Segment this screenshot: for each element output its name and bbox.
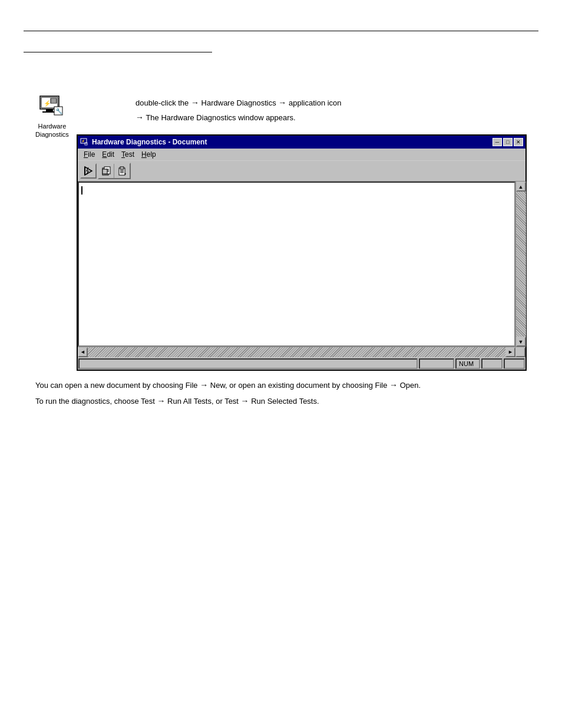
scroll-track-vertical[interactable] — [516, 192, 526, 337]
instruction-text-bottom: You can open a new document by choosing … — [35, 377, 527, 409]
maximize-button[interactable]: □ — [503, 138, 513, 146]
run-button[interactable] — [80, 163, 97, 179]
status-pane-position — [419, 358, 454, 369]
arrow-icon-7: → — [241, 396, 249, 406]
instruction-line2: → The Hardware Diagnostics window appear… — [135, 113, 296, 122]
arrow-icon-5: → — [389, 380, 398, 390]
window-controls[interactable]: ─ □ ✕ — [492, 138, 523, 146]
status-pane-4 — [481, 358, 503, 369]
svg-rect-24 — [120, 167, 124, 169]
arrow-icon-6: → — [157, 396, 165, 406]
title-bar-left: ⚡ Hardware Diagnostics - Document — [80, 137, 207, 147]
svg-text:🔧: 🔧 — [55, 107, 63, 115]
arrow-icon-3: → — [135, 113, 144, 122]
scroll-left-button[interactable]: ◄ — [78, 347, 88, 357]
hardware-diagnostics-icon-area: ⚡ 🔧 Hardware Diagnostics — [35, 91, 69, 139]
app-icon-small: ⚡ — [80, 137, 90, 147]
svg-rect-22 — [103, 169, 107, 174]
top-horizontal-rule — [24, 31, 538, 31]
toolbar — [78, 161, 525, 182]
arrow-icon-2: → — [278, 98, 286, 107]
vertical-scrollbar[interactable]: ▲ ▼ — [515, 182, 525, 347]
status-pane-5 — [504, 358, 525, 369]
horizontal-scrollbar[interactable]: ◄ ► — [78, 347, 525, 357]
menu-bar: File Edit Test Help — [78, 149, 525, 161]
menu-test[interactable]: Test — [118, 150, 138, 159]
svg-rect-2 — [46, 109, 53, 111]
hardware-diagnostics-icon: ⚡ 🔧 — [38, 91, 66, 120]
arrow-icon-1: → — [191, 98, 199, 107]
content-area: ▲ ▼ — [78, 182, 525, 347]
close-button[interactable]: ✕ — [514, 138, 523, 146]
copy-button[interactable] — [99, 164, 114, 178]
scroll-up-button[interactable]: ▲ — [516, 182, 526, 192]
icon-label: Hardware Diagnostics — [35, 122, 69, 139]
second-horizontal-rule — [24, 52, 212, 52]
hardware-diagnostics-window: ⚡ Hardware Diagnostics - Document ─ □ ✕ … — [77, 134, 527, 371]
menu-file[interactable]: File — [80, 150, 98, 159]
menu-help[interactable]: Help — [138, 150, 160, 159]
instruction-line1: double-click the → Hardware Diagnostics … — [135, 98, 342, 107]
scroll-down-button[interactable]: ▼ — [516, 337, 526, 347]
status-bar: NUM — [78, 357, 525, 370]
copy-paste-group — [98, 163, 131, 179]
paste-button[interactable] — [114, 164, 130, 178]
scrollbar-corner — [515, 347, 525, 357]
bottom-line1: You can open a new document by choosing … — [35, 377, 527, 393]
status-pane-num: NUM — [455, 358, 480, 369]
text-cursor — [81, 186, 82, 195]
title-bar: ⚡ Hardware Diagnostics - Document ─ □ ✕ — [78, 136, 525, 149]
scroll-track-horizontal[interactable] — [88, 347, 505, 357]
minimize-button[interactable]: ─ — [492, 138, 502, 146]
svg-text:⚡: ⚡ — [44, 100, 51, 107]
menu-edit[interactable]: Edit — [98, 150, 118, 159]
instruction-text-top: double-click the → Hardware Diagnostics … — [135, 95, 527, 125]
scroll-right-button[interactable]: ► — [505, 347, 515, 357]
bottom-line2: To run the diagnostics, choose Test → Ru… — [35, 393, 527, 409]
window-title: Hardware Diagnostics - Document — [92, 138, 207, 146]
arrow-icon-4: → — [200, 380, 208, 390]
status-pane-main — [78, 358, 418, 369]
document-text-area[interactable] — [78, 182, 515, 347]
